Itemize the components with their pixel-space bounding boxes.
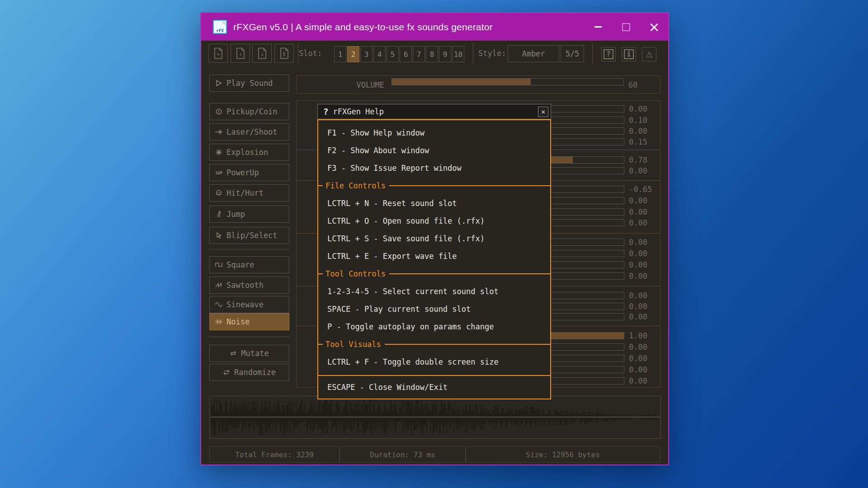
parameter-value: 0.00: [629, 343, 647, 352]
volume-slider[interactable]: [392, 78, 624, 85]
info-button[interactable]: i: [622, 47, 636, 61]
sidebar-button-hit-hurt[interactable]: Hit/Hurt: [209, 184, 289, 202]
close-icon: ×: [541, 108, 546, 116]
sawtooth-wave-icon: [215, 282, 222, 289]
help-shortcut-row: LCTRL + F - Toggle double screen size: [318, 353, 550, 371]
waveform-graph: [210, 396, 660, 438]
laser-icon: [215, 128, 222, 136]
window-controls: ×: [584, 13, 668, 41]
help-dialog-close-button[interactable]: ×: [538, 107, 548, 117]
title-bar[interactable]: rFX rFXGen v5.0 | A simple and easy-to-u…: [201, 13, 668, 41]
export-file-icon: E: [279, 47, 289, 59]
sidebar-button-randomize[interactable]: Randomize: [209, 364, 289, 381]
slot-button-1[interactable]: 1: [334, 46, 346, 62]
slot-button-8[interactable]: 8: [426, 46, 438, 62]
sidebar-button-noise[interactable]: Noise: [209, 313, 289, 330]
sidebar-button-play-sound[interactable]: Play Sound: [209, 75, 289, 92]
save-file-button[interactable]: ↓: [252, 44, 272, 63]
coin-icon: [215, 108, 222, 115]
slot-button-6[interactable]: 6: [400, 46, 412, 62]
slot-button-4[interactable]: 4: [373, 46, 386, 62]
sidebar-button-label: Noise: [226, 317, 250, 326]
svg-text:+: +: [217, 52, 220, 57]
sidebar-button-sinewave[interactable]: Sinewave: [209, 296, 289, 313]
sidebar-button-label: Sawtooth: [226, 281, 264, 290]
new-file-button[interactable]: +: [208, 44, 228, 63]
section-line: [389, 273, 550, 274]
section-line: [385, 344, 550, 345]
slot-button-7[interactable]: 7: [413, 46, 425, 62]
sidebar-button-laser-shoot[interactable]: Laser/Shoot: [209, 123, 289, 141]
status-cell-1: Duration: 73 ms: [340, 446, 466, 463]
section-tick: [318, 273, 323, 274]
help-shortcut-row: F2 - Show About window: [318, 141, 550, 159]
explosion-icon: [215, 149, 222, 156]
sidebar-button-explosion[interactable]: Explosion: [209, 144, 289, 161]
info-icon: i: [624, 49, 633, 59]
window-close-button[interactable]: ×: [640, 13, 668, 41]
slot-label: Slot:: [299, 49, 322, 58]
open-file-icon: ↑: [236, 47, 245, 59]
section-line: [389, 185, 550, 186]
help-section-tool-controls: Tool Controls: [318, 265, 550, 282]
svg-text:1UP: 1UP: [215, 171, 222, 175]
slot-button-10[interactable]: 10: [452, 46, 464, 62]
sidebar-button-powerup[interactable]: 1UPPowerUp: [209, 164, 289, 181]
window-minimize-button[interactable]: [584, 13, 612, 41]
sidebar-button-sawtooth[interactable]: Sawtooth: [209, 277, 289, 294]
rfxgen-window: rFX rFXGen v5.0 | A simple and easy-to-u…: [200, 12, 669, 465]
export-file-button[interactable]: E: [274, 44, 294, 63]
slot-button-3[interactable]: 3: [360, 46, 373, 62]
sidebar-button-jump[interactable]: Jump: [209, 206, 289, 223]
parameter-value: 0.00: [629, 196, 647, 205]
style-dropdown[interactable]: Amber: [508, 45, 559, 62]
window-title: rFXGen v5.0 | A simple and easy-to-use f…: [233, 22, 493, 33]
volume-slider-fill: [392, 79, 531, 85]
sidebar-button-pickup-coin[interactable]: Pickup/Coin: [209, 103, 289, 120]
parameter-value: 0.15: [629, 137, 647, 146]
noise-wave-icon: [215, 318, 222, 325]
sidebar-button-label: Sinewave: [226, 300, 264, 309]
parameter-value: 0.10: [629, 116, 647, 125]
sidebar-button-label: Mutate: [241, 349, 269, 358]
slot-button-9[interactable]: 9: [439, 46, 451, 62]
sidebar-button-blip-select[interactable]: Blip/Select: [209, 227, 289, 244]
slot-selector: 12345678910: [334, 46, 464, 62]
parameter-value: 0.00: [629, 127, 647, 136]
style-count-button[interactable]: 5/5: [561, 45, 584, 62]
runner-icon: [215, 211, 222, 218]
question-mark-icon: ?: [323, 107, 328, 117]
status-cell-0: Total Frames: 3239: [209, 446, 340, 463]
sidebar-divider: [209, 249, 289, 249]
section-label: Tool Visuals: [326, 340, 385, 349]
parameter-value: 0.00: [629, 376, 647, 385]
randomize-icon: [223, 369, 230, 376]
volume-label: VOLUME: [292, 80, 384, 89]
play-icon: [215, 80, 222, 87]
help-shortcut-row: LCTRL + S - Save sound file (.rfx): [318, 230, 550, 247]
help-shortcut-row: 1-2-3-4-5 - Select current sound slot: [318, 282, 550, 300]
issue-report-button[interactable]: ⚠: [642, 47, 656, 61]
sidebar-button-label: PowerUp: [226, 168, 259, 177]
slot-button-2[interactable]: 2: [347, 46, 359, 62]
sidebar-button-square[interactable]: Square: [209, 256, 289, 273]
parameter-value: 0.78: [629, 155, 647, 164]
powerup-icon: 1UP: [215, 169, 222, 176]
app-icon: rFX: [213, 20, 227, 34]
help-dialog-titlebar[interactable]: ? rFXGen Help ×: [317, 104, 551, 119]
help-section-file-controls: File Controls: [318, 177, 550, 194]
sidebar-button-mutate[interactable]: Mutate: [209, 345, 289, 362]
help-shortcut-row: SPACE - Play current sound slot: [318, 300, 550, 318]
help-shortcut-row: F1 - Show Help window: [318, 124, 550, 141]
sine-wave-icon: [215, 301, 222, 308]
open-file-button[interactable]: ↑: [231, 44, 250, 63]
window-maximize-button[interactable]: [612, 13, 640, 41]
help-button[interactable]: ?: [601, 47, 616, 61]
sidebar-divider: [209, 337, 289, 337]
minimize-icon: [594, 26, 602, 28]
sidebar-button-label: Jump: [226, 210, 245, 219]
slot-button-5[interactable]: 5: [387, 46, 399, 62]
parameter-value: 0.00: [629, 354, 647, 363]
square-wave-icon: [215, 261, 222, 268]
help-footer-row: ESCAPE - Close Window/Exit: [318, 375, 550, 399]
